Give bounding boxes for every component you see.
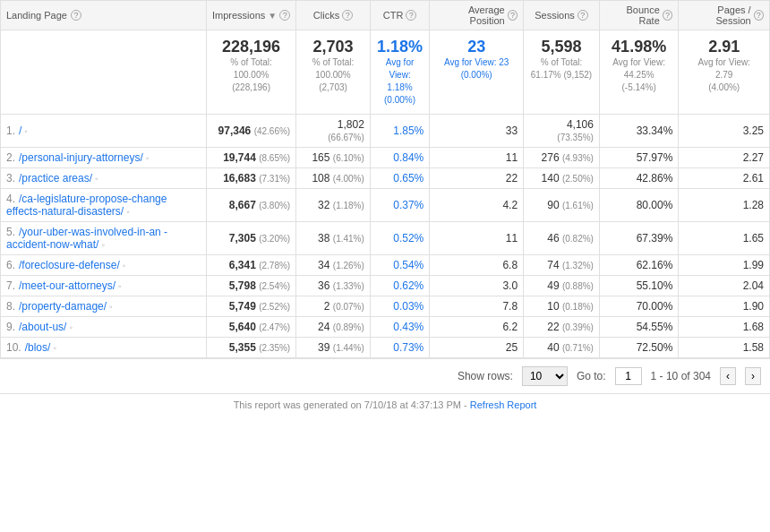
summary-bounce-rate-main: 41.98% xyxy=(603,38,674,56)
page-link[interactable]: /personal-injury-attorneys/ xyxy=(19,151,143,164)
cell-ctr: 0.54% xyxy=(370,255,429,276)
cell-bounce-rate: 67.39% xyxy=(599,222,678,255)
avg-position-label: Average Position xyxy=(435,4,504,26)
clicks-label: Clicks xyxy=(313,10,339,21)
cell-avg-position: 6.8 xyxy=(430,255,524,276)
external-link-icon[interactable]: ◦ xyxy=(126,207,130,217)
cell-ctr: 0.84% xyxy=(370,148,429,168)
cell-pages-session: 1.65 xyxy=(679,222,770,255)
cell-clicks: 38 (1.41%) xyxy=(296,222,371,255)
impressions-label: Impressions xyxy=(212,10,265,21)
summary-ctr-main: 1.18% xyxy=(374,38,425,56)
sessions-help-icon[interactable]: ? xyxy=(578,10,588,21)
page-link[interactable]: /meet-our-attorneys/ xyxy=(19,279,116,292)
bounce-rate-help-icon[interactable]: ? xyxy=(663,10,673,21)
show-rows-select[interactable]: 10 25 50 100 500 xyxy=(522,366,568,386)
column-header-pages-session: Pages / Session ? xyxy=(679,1,770,30)
cell-sessions: 276 (4.93%) xyxy=(524,148,600,168)
external-link-icon[interactable]: ◦ xyxy=(118,281,122,291)
summary-sessions-sub: % of Total:61.17% (9,152) xyxy=(527,56,595,82)
cell-landing-page: 2./personal-injury-attorneys/◦ xyxy=(1,148,207,168)
external-link-icon[interactable]: ◦ xyxy=(53,343,56,353)
cell-avg-position: 33 xyxy=(430,115,524,148)
summary-pages-session: 2.91 Avg for View:2.79(4.00%) xyxy=(679,30,770,115)
page-link[interactable]: / xyxy=(19,124,21,137)
summary-clicks: 2,703 % of Total:100.00% (2,703) xyxy=(296,30,371,115)
cell-impressions: 8,667 (3.80%) xyxy=(207,189,296,222)
status-bar: This report was generated on 7/10/18 at … xyxy=(0,393,770,416)
ctr-label: CTR xyxy=(383,10,404,21)
external-link-icon[interactable]: ◦ xyxy=(146,153,150,163)
external-link-icon[interactable]: ◦ xyxy=(69,322,73,332)
row-num: 9. xyxy=(6,321,15,333)
row-num: 3. xyxy=(6,172,15,184)
landing-page-help-icon[interactable]: ? xyxy=(71,10,81,21)
summary-row: 228,196 % of Total:100.00%(228,196) 2,70… xyxy=(1,30,770,115)
cell-ctr: 0.65% xyxy=(370,168,429,189)
column-header-sessions: Sessions ? xyxy=(524,1,600,30)
cell-sessions: 74 (1.32%) xyxy=(524,255,600,276)
cell-clicks: 39 (1.44%) xyxy=(296,338,371,358)
bounce-rate-label: Bounce Rate xyxy=(605,4,660,26)
sort-icon[interactable]: ▼ xyxy=(268,11,277,21)
cell-sessions: 40 (0.71%) xyxy=(524,338,600,358)
sessions-label: Sessions xyxy=(535,10,575,21)
next-page-button[interactable]: › xyxy=(745,367,761,385)
cell-bounce-rate: 70.00% xyxy=(599,296,678,317)
cell-landing-page: 6./foreclosure-defense/◦ xyxy=(1,255,207,276)
cell-ctr: 0.52% xyxy=(370,222,429,255)
cell-avg-position: 4.2 xyxy=(430,189,524,222)
prev-page-button[interactable]: ‹ xyxy=(720,367,736,385)
page-link[interactable]: /practice areas/ xyxy=(19,172,92,184)
cell-ctr: 0.37% xyxy=(370,189,429,222)
external-link-icon[interactable]: ◦ xyxy=(95,174,98,184)
cell-clicks: 1,802 (66.67%) xyxy=(296,115,371,148)
page-title: Landing Page xyxy=(6,10,67,21)
show-rows-label: Show rows: xyxy=(458,370,513,382)
cell-avg-position: 25 xyxy=(430,338,524,358)
row-num: 8. xyxy=(6,300,15,313)
cell-ctr: 0.03% xyxy=(370,296,429,317)
page-link[interactable]: /blos/ xyxy=(25,341,51,354)
external-link-icon[interactable]: ◦ xyxy=(24,126,28,136)
cell-avg-position: 3.0 xyxy=(430,276,524,296)
pagination-bar: Show rows: 10 25 50 100 500 Go to: 1 - 1… xyxy=(0,358,770,393)
column-header-ctr: CTR ? xyxy=(370,1,429,30)
column-header-impressions: Impressions ▼ ? xyxy=(207,1,296,30)
goto-label: Go to: xyxy=(577,370,606,382)
summary-avg-position-sub: Avg for View: 23(0.00%) xyxy=(433,56,519,82)
ctr-help-icon[interactable]: ? xyxy=(406,10,416,21)
summary-clicks-sub: % of Total:100.00% (2,703) xyxy=(300,56,366,94)
pages-session-help-icon[interactable]: ? xyxy=(754,10,764,21)
row-num: 6. xyxy=(6,259,15,271)
cell-landing-page: 10./blos/◦ xyxy=(1,338,207,358)
cell-bounce-rate: 57.97% xyxy=(599,148,678,168)
page-link[interactable]: /ca-legislature-propose-change effects-n… xyxy=(6,193,167,218)
external-link-icon[interactable]: ◦ xyxy=(109,302,113,312)
cell-impressions: 5,798 (2.54%) xyxy=(207,276,296,296)
table-row: 10./blos/◦5,355 (2.35%)39 (1.44%)0.73%25… xyxy=(1,338,770,358)
cell-clicks: 2 (0.07%) xyxy=(296,296,371,317)
page-link[interactable]: /foreclosure-defense/ xyxy=(19,259,120,271)
table-row: 1./◦97,346 (42.66%)1,802 (66.67%)1.85%33… xyxy=(1,115,770,148)
goto-input[interactable] xyxy=(615,367,642,385)
external-link-icon[interactable]: ◦ xyxy=(123,261,126,270)
summary-avg-position-main: 23 xyxy=(433,38,519,56)
page-link[interactable]: /about-us/ xyxy=(19,321,66,333)
summary-impressions-sub: % of Total:100.00%(228,196) xyxy=(210,56,292,94)
page-link[interactable]: /property-damage/ xyxy=(19,300,107,313)
impressions-help-icon[interactable]: ? xyxy=(279,10,290,21)
table-row: 6./foreclosure-defense/◦6,341 (2.78%)34 … xyxy=(1,255,770,276)
cell-bounce-rate: 55.10% xyxy=(599,276,678,296)
page-link[interactable]: /your-uber-was-involved-in-an -accident-… xyxy=(6,226,167,251)
cell-impressions: 5,749 (2.52%) xyxy=(207,296,296,317)
cell-sessions: 10 (0.18%) xyxy=(524,296,600,317)
cell-landing-page: 9./about-us/◦ xyxy=(1,317,207,338)
clicks-help-icon[interactable]: ? xyxy=(342,10,353,21)
summary-pages-session-main: 2.91 xyxy=(682,38,766,56)
refresh-link[interactable]: Refresh Report xyxy=(470,399,537,410)
avg-position-help-icon[interactable]: ? xyxy=(508,10,518,21)
summary-ctr-sub: Avg for View:1.18%(0.00%) xyxy=(374,56,425,107)
summary-pages-session-sub: Avg for View:2.79(4.00%) xyxy=(682,56,766,94)
external-link-icon[interactable]: ◦ xyxy=(101,240,105,250)
